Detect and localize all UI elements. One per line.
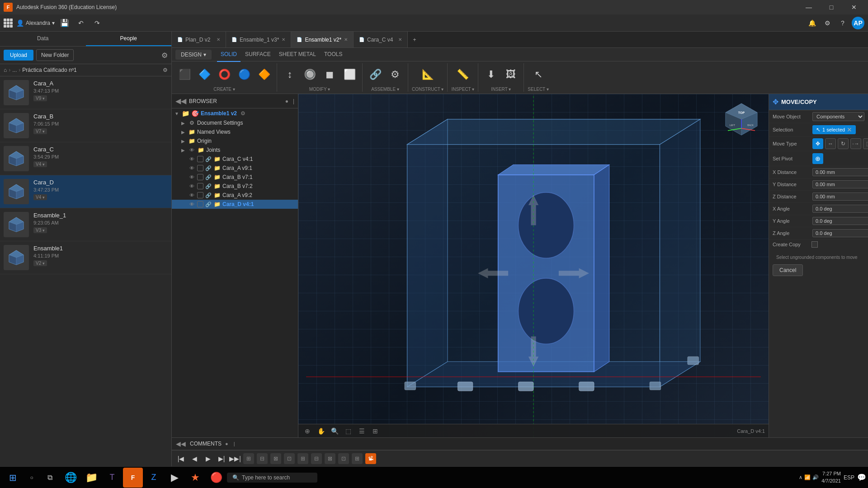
doc-tab-close[interactable]: ✕ <box>282 37 285 42</box>
design-dropdown[interactable]: DESIGN ▾ <box>175 50 212 60</box>
minimize-button[interactable]: — <box>798 0 819 14</box>
move-type-axis-btn[interactable]: ↔ <box>825 138 836 149</box>
apps-grid-icon[interactable] <box>4 19 13 28</box>
visibility-icon[interactable]: 👁 <box>188 202 195 207</box>
visibility-icon[interactable]: 👁 <box>188 147 195 153</box>
home-icon[interactable]: ⌂ <box>4 67 7 73</box>
zoom-taskbar-icon[interactable]: Z <box>144 468 164 488</box>
notifications-icon[interactable]: 🔔 <box>806 17 818 29</box>
file-item-cara_a[interactable]: Cara_A 3:47:13 PM V9 ▾ <box>0 76 171 109</box>
star-taskbar-icon[interactable]: ★ <box>185 468 205 488</box>
timeline-icon-9[interactable]: ⊞ <box>352 453 363 464</box>
file-item-cara_d[interactable]: Cara_D 3:47:23 PM V4 ▾ <box>0 175 171 208</box>
breadcrumb-settings-icon[interactable]: ⚙ <box>163 67 168 73</box>
rigid-group-tool[interactable]: ⚙ <box>386 68 404 81</box>
measure-tool[interactable]: 📏 <box>454 68 472 81</box>
pan-icon[interactable]: ✋ <box>316 426 326 436</box>
check-icon[interactable] <box>197 192 203 198</box>
file-item-cara_c[interactable]: Cara_C 3:54:29 PM V4 ▾ <box>0 142 171 175</box>
set-pivot-button[interactable]: ⊕ <box>812 153 823 164</box>
timeline-icon-1[interactable]: ⊞ <box>243 453 254 464</box>
revolve-tool[interactable]: ⭕ <box>215 68 233 81</box>
timeline-icon-5[interactable]: ⊞ <box>297 453 308 464</box>
zoom-icon[interactable]: 🔍 <box>329 426 340 436</box>
check-icon[interactable] <box>197 156 203 162</box>
tree-item-6[interactable]: 👁 🔗 📁 Cara_B v7:1 <box>172 173 298 182</box>
timeline-icon-2[interactable]: ⊟ <box>257 453 268 464</box>
tree-item-5[interactable]: 👁 🔗 📁 Cara_A v9:1 <box>172 164 298 173</box>
visibility-icon[interactable]: 👁 <box>188 165 195 171</box>
ribbon-tab-solid[interactable]: SOLID <box>217 47 241 62</box>
playback-play-btn[interactable]: ▶ <box>203 453 213 464</box>
tree-item-8[interactable]: 👁 🔗 📁 Cara_A v9:2 <box>172 191 298 200</box>
loft-tool[interactable]: 🔶 <box>255 68 273 81</box>
timeline-icon-3[interactable]: ⊠ <box>270 453 281 464</box>
ribbon-tab-surface[interactable]: SURFACE <box>241 47 274 62</box>
new-component-tool[interactable]: ⬛ <box>175 68 193 81</box>
check-icon[interactable] <box>197 174 203 180</box>
profile-icon[interactable]: AP <box>852 17 864 29</box>
visibility-icon[interactable]: 👁 <box>188 192 195 198</box>
move-type-rotate-btn[interactable]: ↻ <box>838 138 849 149</box>
close-button[interactable]: ✕ <box>844 0 864 14</box>
check-icon[interactable] <box>197 201 203 207</box>
file-item-ensamble1[interactable]: Ensamble1 4:11:19 PM V2 ▾ <box>0 241 171 274</box>
upload-button[interactable]: Upload <box>4 50 33 61</box>
tray-expand-icon[interactable]: ∧ <box>799 474 802 480</box>
tray-wifi-icon[interactable]: 📶 <box>804 474 811 480</box>
joint-tool[interactable]: 🔗 <box>366 68 384 81</box>
tab-data[interactable]: Data <box>0 32 86 46</box>
fillet-tool[interactable]: 🔘 <box>301 68 319 81</box>
x-angle-input[interactable] <box>812 205 868 213</box>
select-label[interactable]: SELECT ▾ <box>528 87 549 92</box>
new-folder-button[interactable]: New Folder <box>36 49 74 61</box>
insert-label[interactable]: INSERT ▾ <box>491 87 511 92</box>
modify-label[interactable]: MODIFY ▾ <box>309 87 330 92</box>
chrome-taskbar-icon[interactable]: 🌐 <box>61 468 80 488</box>
teams-taskbar-icon[interactable]: T <box>102 468 122 488</box>
3d-viewport[interactable]: TOP LEFT BACK ⊕ ✋ 🔍 <box>298 94 769 437</box>
task-view-button[interactable]: ⧉ <box>40 468 60 488</box>
move-object-select[interactable]: Components <box>812 112 864 121</box>
check-icon[interactable] <box>197 165 203 171</box>
doc-tab-Ensamble1-v2*[interactable]: 📄Ensamble1 v2*✕ <box>291 32 354 48</box>
file-item-cara_b[interactable]: Cara_B 7:06:15 PM V7 ▾ <box>0 109 171 142</box>
grid-toggle-icon[interactable]: ⊞ <box>370 426 381 436</box>
fusion360-taskbar-icon[interactable]: F <box>123 468 143 488</box>
move-type-free-btn[interactable]: ✥ <box>812 138 823 149</box>
user-menu[interactable]: 👤 Alexandra ▾ <box>16 19 55 27</box>
construct-label[interactable]: CONSTRUCT ▾ <box>412 87 443 92</box>
start-button[interactable]: ⊞ <box>2 467 24 488</box>
tree-item-4[interactable]: 👁 🔗 📁 Cara_C v4:1 <box>172 155 298 164</box>
visibility-icon[interactable]: 👁 <box>188 174 195 180</box>
y-angle-input[interactable] <box>812 217 868 225</box>
ribbon-tab-sheet-metal[interactable]: SHEET METAL <box>275 47 320 62</box>
clock[interactable]: 7:27 PM 4/7/2021 <box>821 470 841 484</box>
media-taskbar-icon[interactable]: ▶ <box>165 468 184 488</box>
search-circle-button[interactable]: ○ <box>24 470 39 485</box>
inspect-label[interactable]: INSPECT ▾ <box>451 87 474 92</box>
select-tool[interactable]: ↖ <box>529 68 547 81</box>
redo-button[interactable]: ↷ <box>91 17 104 29</box>
playback-next-btn[interactable]: ▶| <box>216 453 227 464</box>
doc-tab-Cara_C-v4[interactable]: 📄Cara_C v4✕ <box>354 32 408 48</box>
move-type-plane-btn[interactable]: ⬚ <box>863 138 868 149</box>
cancel-button[interactable]: Cancel <box>773 264 803 276</box>
display-mode-icon[interactable]: ☰ <box>356 426 367 436</box>
sweep-tool[interactable]: 🔵 <box>235 68 253 81</box>
chamfer-tool[interactable]: ◼ <box>321 68 339 81</box>
move-type-point-btn[interactable]: ·→ <box>850 138 861 149</box>
doc-tab-close[interactable]: ✕ <box>398 37 402 42</box>
playback-start-btn[interactable]: |◀ <box>175 453 186 464</box>
zoom-fit-icon[interactable]: ⬚ <box>343 426 354 436</box>
timeline-icon-4[interactable]: ⊡ <box>284 453 295 464</box>
save-button[interactable]: 💾 <box>58 17 71 29</box>
browser-collapse-icon[interactable]: ◀◀ <box>175 97 186 105</box>
assemble-label[interactable]: ASSEMBLE ▾ <box>371 87 399 92</box>
timeline-icon-6[interactable]: ⊟ <box>311 453 322 464</box>
search-bar[interactable]: 🔍 Type here to search <box>227 473 317 483</box>
doc-tab-close[interactable]: ✕ <box>217 37 220 42</box>
timeline-active-icon[interactable]: 📽 <box>365 453 376 464</box>
playback-prev-btn[interactable]: ◀ <box>189 453 200 464</box>
visibility-icon[interactable]: 👁 <box>188 156 195 162</box>
